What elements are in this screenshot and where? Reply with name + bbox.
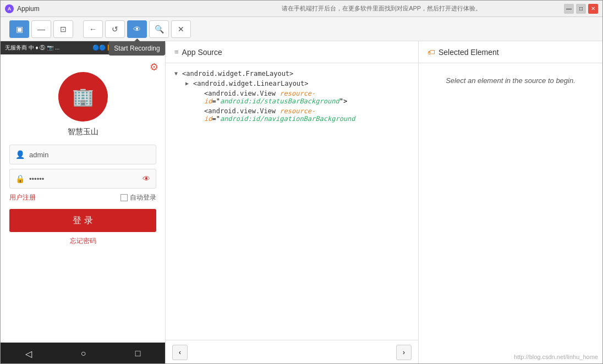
title-bar: A Appium 请在手机端打开后台，在更多软件里面找到对应APP，然后打开进行… — [1, 1, 602, 17]
app-name: Appium — [17, 5, 199, 13]
xml-node-navbarbackground: <android.view.View resource-id="android:… — [196, 107, 409, 123]
toolbar-close-button[interactable]: ✕ — [171, 20, 191, 38]
app-icon: A — [5, 4, 14, 13]
navbarbackground-arrow — [196, 107, 202, 114]
source-panel-title: App Source — [182, 48, 222, 57]
forgot-password-link[interactable]: 忘记密码 — [70, 236, 96, 246]
xml-children-linearlayout: <android.view.View resource-id="android:… — [196, 90, 409, 123]
framelayout-tag: android.widget.FrameLayout — [186, 70, 289, 78]
xml-node-statusbar: <android.view.View resource-id="android:… — [196, 90, 409, 105]
options-row: 用户注册 自动登录 — [9, 193, 156, 202]
app-logo-icon: 🏢 — [72, 86, 94, 107]
title-url: 请在手机端打开后台，在更多软件里面找到对应APP，然后打开进行体验。 — [199, 4, 564, 13]
xml-children-framelayout: ▶ <android.widget.LinearLayout> <android… — [185, 80, 409, 123]
lock-icon: 🔒 — [15, 174, 25, 183]
refresh-button[interactable]: ↺ — [105, 20, 125, 38]
register-link[interactable]: 用户注册 — [9, 193, 36, 202]
nav-back-button[interactable]: ◁ — [25, 349, 32, 359]
source-next-button[interactable]: › — [396, 345, 412, 360]
source-panel-content: ▼ <android.widget.FrameLayout> ▶ <androi… — [166, 63, 418, 340]
selected-panel: 🏷 Selected Element Select an element in … — [419, 41, 602, 364]
close-window-button[interactable]: ✕ — [588, 4, 598, 14]
phone-nav-bar: ◁ ○ □ — [1, 343, 165, 364]
source-tag-icon: ≡ — [174, 48, 179, 56]
eye-button-container: 👁 Start Recording — [127, 20, 147, 38]
navbarbackground-attr-val: android:id/navigationBarBackground — [220, 115, 355, 123]
app-logo: 🏢 — [58, 72, 108, 122]
navbarbackground-tag: android.view.View — [208, 107, 276, 115]
toolbar: ▣ — ⊡ ← ↺ 👁 Start Recording 🔍 ✕ — [1, 17, 602, 41]
auto-login-checkbox[interactable] — [120, 194, 128, 201]
user-icon: 👤 — [15, 150, 25, 159]
auto-login-label[interactable]: 自动登录 — [120, 193, 156, 202]
status-bar-left: 无服务商 中 ♦ ⑤ 📷 ... — [5, 44, 59, 52]
username-field[interactable]: 👤 admin — [9, 145, 156, 164]
username-value: admin — [29, 151, 48, 159]
phone-screen: 无服务商 中 ♦ ⑤ 📷 ... 🔵🔵 📶 100% 🔋 下午2:08 ⚙ 🏢 … — [1, 41, 165, 343]
watermark: http://blog.csdn.net/linhu_home — [514, 354, 598, 360]
source-panel: ≡ App Source ▼ <android.widget.FrameLayo… — [166, 41, 419, 364]
statusbar-arrow — [196, 90, 202, 96]
statusbar-tag: android.view.View — [208, 90, 276, 97]
settings-icon[interactable]: ⚙ — [150, 61, 158, 73]
frame-button[interactable]: ⊡ — [53, 20, 73, 38]
xml-node-linearlayout: ▶ <android.widget.LinearLayout> — [185, 80, 409, 87]
source-prev-button[interactable]: ‹ — [172, 345, 188, 360]
xml-node-framelayout: ▼ <android.widget.FrameLayout> — [174, 70, 409, 78]
maximize-button[interactable]: □ — [576, 4, 586, 14]
window-controls: — □ ✕ — [564, 4, 598, 14]
selected-panel-title: Selected Element — [438, 48, 499, 57]
password-value: •••••• — [29, 175, 44, 183]
record-button[interactable]: ▣ — [9, 20, 29, 38]
selected-tag-icon: 🏷 — [427, 48, 435, 57]
linearlayout-tag: android.widget.LinearLayout — [197, 80, 304, 87]
password-eye-icon[interactable]: 👁 — [142, 174, 150, 183]
minimize-button[interactable]: — — [564, 4, 574, 14]
password-field[interactable]: 🔒 •••••• 👁 — [9, 169, 156, 189]
statusbar-attr-val: android:id/statusBarBackground — [220, 97, 339, 105]
main-layout: 无服务商 中 ♦ ⑤ 📷 ... 🔵🔵 📶 100% 🔋 下午2:08 ⚙ 🏢 … — [1, 41, 602, 364]
selected-hint: Select an element in the source to begin… — [446, 76, 575, 85]
app-title: 智慧玉山 — [68, 127, 98, 137]
minus-button[interactable]: — — [31, 20, 51, 38]
linearlayout-arrow[interactable]: ▶ — [185, 80, 191, 86]
nav-home-button[interactable]: ○ — [81, 349, 86, 359]
login-button[interactable]: 登 录 — [9, 209, 156, 232]
eye-button[interactable]: 👁 — [127, 20, 147, 38]
auto-login-text: 自动登录 — [130, 193, 156, 202]
search-button[interactable]: 🔍 — [149, 20, 169, 38]
phone-panel: 无服务商 中 ♦ ⑤ 📷 ... 🔵🔵 📶 100% 🔋 下午2:08 ⚙ 🏢 … — [1, 41, 166, 364]
source-panel-header: ≡ App Source — [166, 41, 418, 63]
selected-panel-content: Select an element in the source to begin… — [419, 63, 602, 364]
selected-panel-header: 🏷 Selected Element — [419, 41, 602, 63]
nav-recent-button[interactable]: □ — [135, 349, 141, 359]
app-content: ⚙ 🏢 智慧玉山 👤 admin 🔒 •••••• 👁 用户注册 — [1, 54, 165, 343]
framelayout-arrow[interactable]: ▼ — [174, 70, 180, 76]
back-button[interactable]: ← — [83, 20, 103, 38]
source-panel-footer: ‹ › — [166, 340, 418, 364]
start-recording-tooltip: Start Recording — [108, 41, 165, 56]
